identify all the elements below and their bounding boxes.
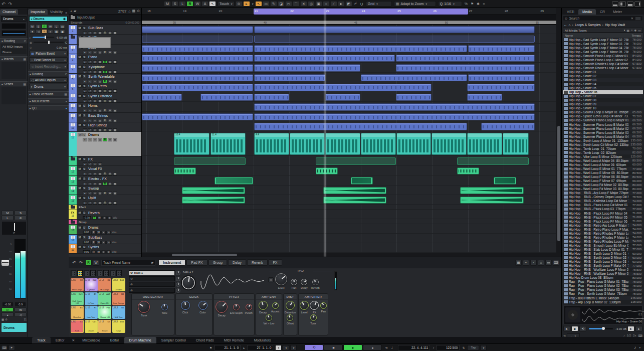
record-button[interactable]: ● [363, 344, 382, 350]
media-file-row[interactable]: Hip Hop _ RNB - Pluck Loop 03_77bpm77.00… [563, 207, 643, 211]
pattern-preset-dropdown[interactable]: ♪Beat Starter 01▾ [29, 57, 68, 63]
track-mute-button[interactable]: M [78, 123, 82, 127]
drum-clip[interactable] [290, 133, 325, 155]
track-solo-button[interactable]: S [82, 177, 86, 181]
stop-button[interactable]: ■ [324, 344, 343, 350]
track-monitor-button[interactable]: ◁ [88, 128, 92, 132]
knob-tune[interactable]: Tune [138, 301, 150, 317]
media-file-row[interactable]: Hip Hop _ RNB - Pluck Loop F# Minor 04_7… [563, 211, 643, 215]
media-file-row[interactable]: Hip Hop - Sad Synth Loop F Minor 03_78bp… [563, 42, 643, 46]
tempo-mode-dropdown[interactable]: ▾ [480, 345, 487, 350]
inspector-monitor-button[interactable]: ◁ [36, 29, 41, 34]
routing-section-header[interactable]: ▾RoutingC [0, 38, 28, 43]
track-row-bass-strings[interactable]: 9MSBass Strings●◁⊘▤RW▦ [69, 113, 141, 122]
pad-bank-1[interactable] [71, 270, 76, 276]
track-freeze-button[interactable]: ⊘ [93, 31, 97, 35]
media-file-row[interactable]: Hip Hop - Snare 03 [563, 78, 643, 82]
layer-level-knob-4[interactable] [176, 288, 180, 293]
undo-icon[interactable]: ↶ [2, 2, 6, 7]
tempo-spinner-icon[interactable]: ⇅ [462, 346, 465, 349]
track-write-button[interactable]: W [108, 51, 112, 54]
click-knob[interactable] [181, 301, 190, 310]
track-write-button[interactable]: W [108, 128, 112, 132]
track-read-button[interactable]: R [103, 119, 107, 122]
knob-click[interactable]: Click [181, 301, 190, 314]
level-knob[interactable] [275, 273, 287, 285]
reverb-knob[interactable] [312, 279, 319, 285]
settings-icon[interactable]: ✱ [477, 2, 480, 6]
lower-zone-tab-editor[interactable]: Editor [105, 337, 124, 343]
seconds-ruler[interactable]: 3540455055 [142, 21, 556, 25]
track-row-drums[interactable]: 11MSDrums●◁⊘▤RW▦ [69, 132, 141, 156]
range-selection-tool-button[interactable]: ▭ [263, 1, 270, 7]
track-mute-button[interactable]: M [78, 187, 82, 190]
midi-clip[interactable] [254, 113, 535, 120]
chevron-down-icon[interactable]: ▾ [252, 2, 254, 6]
drum-pad-cowbell[interactable]: MSD#2Cowbell [112, 278, 125, 291]
track-w-button[interactable]: W [96, 231, 101, 234]
track-record-enable-button[interactable]: ● [83, 51, 87, 54]
monitor-button[interactable]: ◁ [15, 312, 27, 317]
pan-knob[interactable] [291, 279, 297, 285]
midi-clip[interactable] [254, 94, 289, 101]
folderg-clip[interactable] [457, 157, 529, 165]
track-read-button[interactable]: R [103, 201, 107, 205]
draw-tool-button[interactable]: ✎ [270, 1, 277, 7]
bypass-button[interactable]: ⊘ [107, 216, 112, 220]
home-icon[interactable]: ⌂ [569, 23, 571, 27]
inserts-section-header[interactable]: ▾Inserts▦ [0, 56, 28, 61]
track-solo-button[interactable]: S [82, 104, 86, 107]
media-file-row[interactable]: Rap _ Pop - Piano Loop G Major 01_78bpm7… [563, 280, 643, 284]
track-read-button[interactable]: R [103, 70, 107, 74]
delay-control-row[interactable]: ⊙0.00 ms [30, 45, 67, 50]
track-solo-button[interactable]: S [82, 75, 86, 78]
tab-visibility[interactable]: Visibility [48, 9, 65, 15]
midi-clip[interactable] [142, 84, 253, 91]
sends-section-header[interactable]: ▾Sends▦ [0, 81, 28, 86]
output-icon[interactable]: ⌂ [538, 260, 544, 266]
folder-clip[interactable] [254, 36, 535, 43]
preview-stop-button[interactable]: ■ [571, 326, 578, 331]
pad-mute-button[interactable]: M [113, 279, 115, 281]
track-row-swoop[interactable]: 14MSSwoop●◁⊘▤RW▦ [69, 186, 141, 195]
track-edit-button[interactable]: ▦ [113, 70, 117, 74]
folderg-clip[interactable] [174, 157, 246, 165]
track-w-button[interactable]: W [97, 216, 102, 220]
accent-knob[interactable] [272, 302, 279, 309]
knob-offset[interactable]: Offset [287, 314, 294, 325]
media-file-row[interactable]: Hip Hop - Smooth Rhodes Loop G# Minor 02… [563, 66, 643, 70]
inspector-lock-button[interactable]: ▣ [60, 29, 65, 34]
track-instrument-button[interactable]: ▤ [98, 109, 102, 112]
track-record-enable-button[interactable]: ● [83, 138, 87, 141]
track-mute-button[interactable]: M [78, 196, 82, 200]
pattern-grid-icon[interactable]: ▦ [515, 260, 522, 266]
inspector-record-enable-button[interactable]: ● [30, 29, 35, 34]
track-filter-icon[interactable]: ▦ [132, 9, 136, 13]
monitor-button[interactable]: ◁ [88, 162, 92, 166]
color-tool-button[interactable]: ◩ [345, 1, 352, 7]
track-freeze-button[interactable]: ⊘ [93, 182, 97, 186]
tap-tempo-button[interactable]: Tap [467, 345, 479, 350]
track-read-button[interactable]: R [103, 128, 107, 132]
track-freeze-button[interactable]: ⊘ [93, 80, 97, 83]
media-file-row[interactable]: Hip Hop - Summer Piano Loop B Major 01_6… [563, 118, 643, 122]
volume-control-row[interactable]: ▸-6.00 dB [30, 35, 67, 40]
knob-color[interactable]: Color [198, 301, 207, 314]
timeline-ruler[interactable]: 181920212223242526272829 [142, 8, 556, 15]
dm-tab-fx[interactable]: FX [269, 259, 282, 266]
media-search-box[interactable]: ⊙Search✕ [563, 16, 643, 21]
record-enable-button[interactable]: ● [2, 312, 14, 317]
track-instrument-button[interactable]: ▤ [98, 201, 102, 205]
knob-fx[interactable]: FX [310, 301, 319, 314]
track-write-button[interactable]: W [108, 89, 112, 93]
media-rack-tab-meter[interactable]: Meter [609, 9, 626, 15]
track-instrument-button[interactable]: ▤ [98, 119, 102, 122]
track-solo-button[interactable]: S [82, 123, 86, 127]
track-freeze-button[interactable]: ⊘ [93, 128, 97, 132]
track-record-enable-button[interactable]: ● [83, 201, 87, 205]
edit-channel-button[interactable]: e [102, 216, 107, 220]
track-read-button[interactable]: R [103, 60, 107, 64]
midi-clip[interactable] [254, 84, 432, 91]
tempo-display[interactable]: 122.500 [437, 345, 460, 350]
media-file-row[interactable]: Hip Hop - Sad Synth Loop F Minor 02_78bp… [563, 38, 643, 42]
